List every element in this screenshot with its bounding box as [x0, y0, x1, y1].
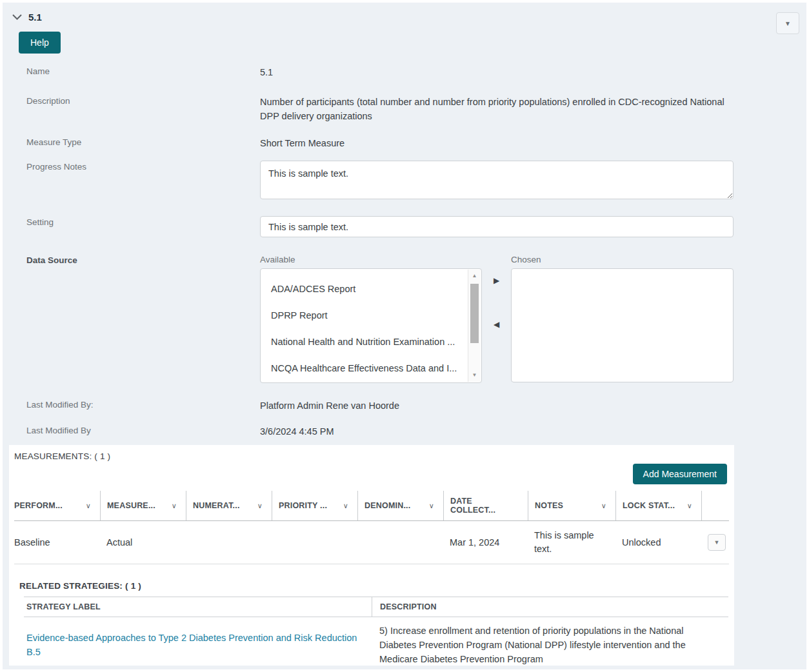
column-header-description: DESCRIPTION	[372, 597, 728, 617]
add-measurement-button[interactable]: Add Measurement	[633, 464, 727, 484]
measure-detail-panel: 5.1 ▼ Help Name 5.1 Description Number o…	[3, 3, 806, 669]
caret-down-icon: ▼	[714, 539, 720, 546]
form-row-name: Name 5.1	[3, 65, 806, 79]
measurements-title: MEASUREMENTS: ( 1 )	[14, 451, 729, 461]
list-item[interactable]: NCQA Healthcare Effectiveness Data and I…	[261, 355, 481, 382]
collapse-chevron-icon[interactable]	[12, 14, 23, 21]
column-header-priority[interactable]: PRIORITY ...∨	[272, 491, 357, 520]
measure-type-label: Measure Type	[24, 136, 260, 150]
help-button[interactable]: Help	[19, 32, 61, 54]
column-header-numerator[interactable]: NUMERAT...∨	[186, 491, 272, 520]
column-header-notes[interactable]: NOTES∨	[528, 491, 615, 520]
caret-down-icon: ▼	[784, 20, 791, 27]
list-item[interactable]: National Health and Nutrition Examinatio…	[261, 329, 481, 355]
description-label: Description	[24, 95, 260, 123]
form-row-last-modified-by: Last Modified By: Platform Admin Rene va…	[3, 399, 806, 413]
measurements-table-header: PERFORM...∨ MEASURE...∨ NUMERAT...∨ PRIO…	[14, 491, 729, 521]
strategy-row: Evidence-based Approaches to Type 2 Diab…	[24, 617, 728, 669]
cell-priority	[272, 521, 357, 564]
strategy-link[interactable]: Evidence-based Approaches to Type 2 Diab…	[26, 631, 366, 659]
measurement-row: Baseline Actual Mar 1, 2024 This is samp…	[14, 521, 729, 564]
sort-chevron-icon: ∨	[687, 502, 692, 510]
cell-performance: Baseline	[14, 521, 100, 564]
setting-input[interactable]	[260, 216, 734, 237]
column-header-strategy-label: STRATEGY LABEL	[24, 597, 372, 617]
move-right-icon[interactable]: ▶	[494, 276, 499, 285]
sort-chevron-icon: ∨	[429, 502, 434, 510]
strategy-description: 5) Increase enrollment and retention of …	[372, 617, 728, 669]
form-row-description: Description Number of participants (tota…	[3, 95, 806, 123]
last-modified-date-value: 3/6/2024 4:45 PM	[260, 424, 734, 439]
strategies-table-header: STRATEGY LABEL DESCRIPTION	[24, 597, 728, 617]
column-header-actions	[701, 491, 729, 520]
cell-notes: This is sample text.	[528, 521, 615, 564]
sort-chevron-icon: ∨	[172, 502, 177, 510]
available-label: Available	[260, 254, 482, 265]
measure-type-value: Short Term Measure	[260, 136, 734, 150]
available-column: Available ADA/ADCES Report DPRP Report N…	[260, 254, 482, 383]
move-left-icon[interactable]: ◀	[494, 320, 499, 329]
scrollbar-thumb[interactable]	[470, 284, 479, 343]
list-item[interactable]: ADA/ADCES Report	[261, 276, 481, 302]
cell-lock-status: Unlocked	[615, 521, 701, 564]
progress-notes-textarea[interactable]: This is sample text.	[260, 161, 734, 199]
column-header-denominator[interactable]: DENOMIN...∨	[357, 491, 443, 520]
measurements-panel: MEASUREMENTS: ( 1 ) Add Measurement PERF…	[9, 445, 734, 666]
panel-menu-button[interactable]: ▼	[776, 12, 799, 34]
column-header-measure[interactable]: MEASURE...∨	[100, 491, 186, 520]
form-row-data-source: Data Source Available ADA/ADCES Report D…	[3, 254, 806, 383]
chosen-column: Chosen	[511, 254, 734, 383]
scroll-down-icon[interactable]: ▼	[468, 370, 481, 380]
form-row-setting: Setting	[3, 216, 806, 237]
form-row-last-modified-date: Last Modified By 3/6/2024 4:45 PM	[3, 424, 806, 439]
progress-notes-label: Progress Notes	[24, 161, 260, 203]
transfer-buttons: ▶ ◀	[482, 254, 511, 383]
sort-chevron-icon: ∨	[257, 502, 263, 510]
available-listbox[interactable]: ADA/ADCES Report DPRP Report National He…	[260, 268, 482, 383]
column-header-date-collected[interactable]: DATE COLLECT...	[443, 491, 528, 520]
scrollbar[interactable]: ▲ ▼	[468, 270, 481, 382]
cell-denominator	[357, 521, 443, 564]
setting-label: Setting	[24, 216, 260, 237]
last-modified-date-label: Last Modified By	[24, 424, 260, 439]
last-modified-by-value: Platform Admin Rene van Hoorde	[260, 399, 734, 413]
last-modified-by-label: Last Modified By:	[24, 399, 260, 413]
data-source-label: Data Source	[24, 254, 260, 383]
measure-form: Name 5.1 Description Number of participa…	[3, 65, 806, 439]
page-title: 5.1	[28, 12, 42, 23]
row-menu-button[interactable]: ▼	[708, 534, 726, 551]
data-source-dual-list: Available ADA/ADCES Report DPRP Report N…	[260, 254, 734, 383]
form-row-measure-type: Measure Type Short Term Measure	[3, 136, 806, 150]
chosen-listbox[interactable]	[511, 268, 734, 382]
related-strategies-title: RELATED STRATEGIES: ( 1 )	[14, 581, 729, 591]
section-header: 5.1	[3, 3, 806, 23]
name-label: Name	[24, 65, 260, 79]
description-value: Number of participants (total number and…	[260, 95, 734, 123]
column-header-performance[interactable]: PERFORM...∨	[14, 491, 100, 520]
name-value: 5.1	[260, 65, 734, 79]
cell-date-collected: Mar 1, 2024	[443, 521, 528, 564]
chosen-label: Chosen	[511, 254, 734, 265]
cell-numerator	[186, 521, 272, 564]
list-item[interactable]: DPRP Report	[261, 302, 481, 329]
sort-chevron-icon: ∨	[601, 502, 606, 510]
scroll-up-icon[interactable]: ▲	[468, 271, 481, 281]
sort-chevron-icon: ∨	[86, 502, 91, 510]
sort-chevron-icon: ∨	[343, 502, 348, 510]
column-header-lock-status[interactable]: LOCK STAT...∨	[615, 491, 701, 520]
form-row-progress-notes: Progress Notes This is sample text.	[3, 161, 806, 203]
cell-measure: Actual	[100, 521, 186, 564]
